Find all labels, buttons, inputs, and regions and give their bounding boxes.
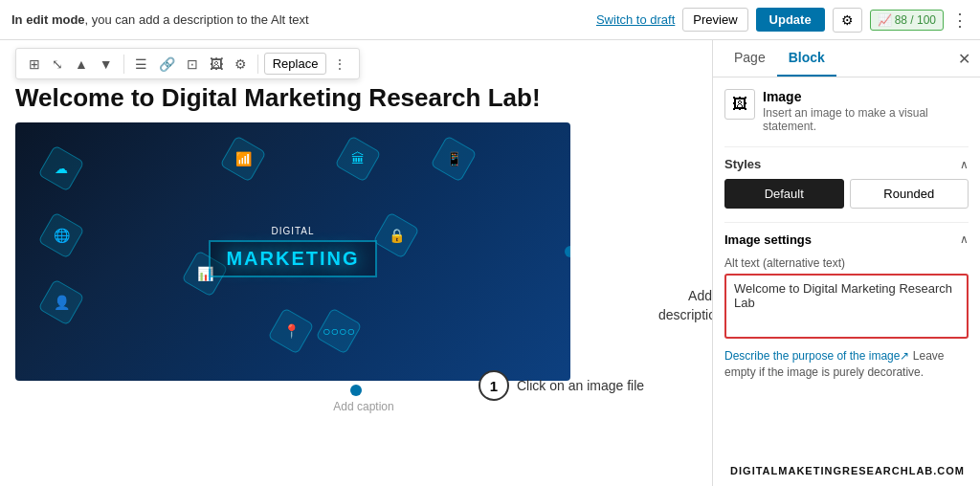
image-fullscreen-button[interactable]: ⤡ xyxy=(47,54,68,75)
seo-arrow-icon: 📈 xyxy=(878,13,892,27)
footer-brand: DIGITALMAKETINGRESEARCHLAB.COM xyxy=(730,465,965,476)
image-up-button[interactable]: ▲ xyxy=(70,54,93,75)
block-info: Image Insert an image to make a visual s… xyxy=(763,89,969,133)
marketing-sub-label: DIGITAL xyxy=(209,226,376,236)
seo-score-value: 88 / 100 xyxy=(895,13,936,27)
seo-score-badge: 📈 88 / 100 xyxy=(870,10,944,31)
update-button[interactable]: Update xyxy=(756,8,825,32)
top-more-options-button[interactable]: ⋮ xyxy=(951,10,969,31)
style-rounded-button[interactable]: Rounded xyxy=(850,179,969,209)
image-settings-title: Image settings xyxy=(724,232,812,247)
image-crop-button[interactable]: ⊡ xyxy=(182,54,203,75)
styles-section-header: Styles ∧ xyxy=(724,157,969,171)
block-desc: Insert an image to make a visual stateme… xyxy=(763,106,969,133)
image-link-button[interactable]: 🔗 xyxy=(154,54,180,75)
style-default-button[interactable]: Default xyxy=(724,179,844,209)
tab-block[interactable]: Block xyxy=(777,40,836,77)
sidebar-close-button[interactable]: ✕ xyxy=(958,50,970,68)
replace-button[interactable]: Replace xyxy=(264,53,327,75)
image-align-left-button[interactable]: ⊞ xyxy=(24,54,45,75)
callout-1-number: 1 xyxy=(479,370,509,401)
top-bar: In edit mode, you can add a description … xyxy=(0,0,980,40)
page-heading[interactable]: Welcome to Digital Marketing Research La… xyxy=(0,79,712,117)
styles-section-title: Styles xyxy=(724,157,761,171)
edit-mode-desc: , you can add a description to the Alt t… xyxy=(85,12,309,27)
alt-text-input[interactable]: Welcome to Digital Marketing Research La… xyxy=(724,274,969,339)
image-marketing-overlay: DIGITAL MARKETING xyxy=(15,122,570,381)
image-block-icon: 🖼 xyxy=(724,89,755,120)
preview-button[interactable]: Preview xyxy=(682,8,747,32)
sidebar: Page Block ✕ 🖼 Image Insert an image to … xyxy=(712,40,980,486)
alt-text-label: Alt text (alternative text) xyxy=(724,256,969,270)
editor-area: ⊞ ⤡ ▲ ▼ ☰ 🔗 ⊡ 🖼 ⚙ Replace ⋮ Welcome to D… xyxy=(0,40,712,486)
edit-mode-notice: In edit mode, you can add a description … xyxy=(11,12,309,27)
image-align-block-button[interactable]: ☰ xyxy=(130,54,152,75)
callout-2: Add adescription 2 xyxy=(658,287,712,324)
settings-gear-button[interactable]: ⚙ xyxy=(833,8,862,33)
image-media-button[interactable]: 🖼 xyxy=(205,54,228,75)
image-settings-chevron-icon[interactable]: ∧ xyxy=(960,232,969,247)
block-title: Image xyxy=(763,89,969,104)
image-down-button[interactable]: ▼ xyxy=(95,54,118,75)
tab-page[interactable]: Page xyxy=(723,40,777,77)
image-block[interactable]: ☁ 🌐 👤 📶 🏛 📱 🔒 📊 📍 ○○○○ DIGITAL MARKETING xyxy=(15,122,570,381)
add-caption-label[interactable]: Add caption xyxy=(0,400,712,413)
divider-2 xyxy=(724,222,969,223)
toolbar-divider-1 xyxy=(123,55,124,74)
image-right-handle[interactable] xyxy=(565,246,570,257)
image-toolbar: ⊞ ⤡ ▲ ▼ ☰ 🔗 ⊡ 🖼 ⚙ Replace ⋮ xyxy=(15,48,360,79)
image-bottom-handle[interactable] xyxy=(350,385,362,396)
image-settings-header: Image settings ∧ xyxy=(724,232,969,247)
styles-chevron-icon[interactable]: ∧ xyxy=(960,158,969,171)
alt-hint: Describe the purpose of the image↗ Leave… xyxy=(724,348,969,381)
sidebar-content: 🖼 Image Insert an image to make a visual… xyxy=(713,77,980,486)
top-bar-actions: Switch to draft Preview Update ⚙ 📈 88 / … xyxy=(596,8,969,33)
describe-purpose-link[interactable]: Describe the purpose of the image↗ xyxy=(724,349,909,363)
sidebar-tabs: Page Block ✕ xyxy=(713,40,980,77)
block-info-section: 🖼 Image Insert an image to make a visual… xyxy=(724,89,969,133)
switch-to-draft-button[interactable]: Switch to draft xyxy=(596,12,675,27)
main-layout: ⊞ ⤡ ▲ ▼ ☰ 🔗 ⊡ 🖼 ⚙ Replace ⋮ Welcome to D… xyxy=(0,40,980,486)
image-settings-small-button[interactable]: ⚙ xyxy=(230,54,252,75)
callout-2-text: Add adescription xyxy=(658,287,712,324)
styles-row: Default Rounded xyxy=(724,179,969,209)
callout-1: 1 Click on an image file xyxy=(479,370,644,401)
edit-mode-bold: In edit mode xyxy=(11,12,85,27)
divider-1 xyxy=(724,146,969,147)
toolbar-more-button[interactable]: ⋮ xyxy=(328,54,351,75)
toolbar-divider-2 xyxy=(257,55,258,74)
callout-1-text: Click on an image file xyxy=(517,378,644,393)
marketing-main-label: MARKETING xyxy=(209,240,376,277)
